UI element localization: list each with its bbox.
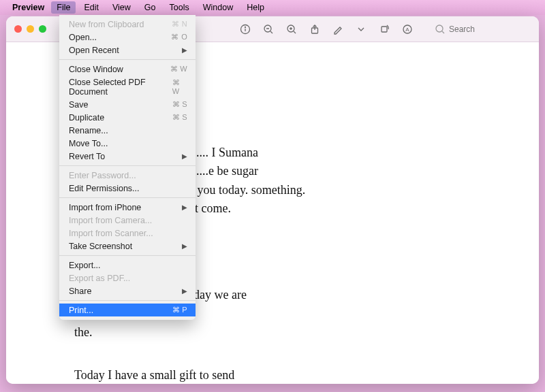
menu-item-label: Save xyxy=(69,100,89,110)
menu-item-label: Import from iPhone xyxy=(69,203,141,212)
svg-line-4 xyxy=(270,31,272,33)
chevron-down-icon[interactable] xyxy=(356,24,367,35)
menu-shortcut: ⌘ S xyxy=(172,100,187,109)
svg-text:A: A xyxy=(405,27,409,33)
close-button[interactable] xyxy=(14,25,22,33)
menu-item-move-to[interactable]: Move To... xyxy=(59,137,196,150)
menu-item-open-recent[interactable]: Open Recent▶ xyxy=(59,44,196,56)
menu-separator xyxy=(59,59,196,60)
menu-tools[interactable]: Tools xyxy=(164,1,195,14)
menu-item-close-window[interactable]: Close Window⌘ W xyxy=(59,63,196,76)
chevron-right-icon: ▶ xyxy=(182,152,187,160)
menu-item-edit-permissions[interactable]: Edit Permissions... xyxy=(59,182,196,195)
menu-go[interactable]: Go xyxy=(139,1,161,14)
menu-file[interactable]: File xyxy=(51,1,76,14)
svg-rect-12 xyxy=(382,27,387,32)
menu-shortcut: ⌘ N xyxy=(172,20,187,29)
menu-shortcut: ⌘ W xyxy=(172,78,187,95)
menu-item-save[interactable]: Save⌘ S xyxy=(59,98,196,111)
menu-item-duplicate[interactable]: Duplicate⌘ S xyxy=(59,111,196,124)
menu-item-close-selected-pdf-document[interactable]: Close Selected PDF Document⌘ W xyxy=(59,76,196,98)
menu-item-label: Import from Scanner... xyxy=(69,229,153,238)
menu-item-label: Close Selected PDF Document xyxy=(69,78,172,97)
minimize-button[interactable] xyxy=(27,25,34,33)
menu-item-export-as-pdf: Export as PDF... xyxy=(59,272,196,284)
zoom-in-icon[interactable] xyxy=(286,24,297,35)
search-wrap xyxy=(435,24,531,35)
zoom-out-icon[interactable] xyxy=(263,24,274,35)
menu-item-label: Move To... xyxy=(69,139,108,148)
menu-separator xyxy=(59,197,196,198)
menu-item-revert-to[interactable]: Revert To▶ xyxy=(59,150,196,163)
menu-item-enter-password: Enter Password... xyxy=(59,169,196,182)
menu-item-import-from-scanner: Import from Scanner... xyxy=(59,227,196,240)
menu-item-export[interactable]: Export... xyxy=(59,259,196,272)
menubar: Preview File Edit View Go Tools Window H… xyxy=(0,0,545,15)
menu-separator xyxy=(59,255,196,256)
doc-line: the. xyxy=(74,324,539,340)
menu-item-label: Enter Password... xyxy=(69,171,136,180)
traffic-lights xyxy=(14,25,46,33)
menu-item-import-from-iphone[interactable]: Import from iPhone▶ xyxy=(59,201,196,214)
share-icon[interactable] xyxy=(309,24,320,35)
menu-item-share[interactable]: Share▶ xyxy=(59,284,196,297)
menu-shortcut: ⌘ S xyxy=(172,113,187,122)
menu-item-rename[interactable]: Rename... xyxy=(59,124,196,137)
highlight-icon[interactable]: A xyxy=(402,24,413,35)
menu-item-label: Export... xyxy=(69,261,101,270)
menu-item-label: Share xyxy=(69,287,91,296)
menu-item-label: Edit Permissions... xyxy=(69,184,140,193)
chevron-right-icon: ▶ xyxy=(182,203,187,211)
toolbar-icons: A xyxy=(240,24,531,35)
svg-point-2 xyxy=(245,27,246,27)
menu-separator xyxy=(59,300,196,301)
app-name[interactable]: Preview xyxy=(12,3,44,12)
menu-item-open[interactable]: Open...⌘ O xyxy=(59,31,196,44)
menu-item-label: New from Clipboard xyxy=(69,20,144,29)
svg-line-16 xyxy=(442,31,444,33)
chevron-right-icon: ▶ xyxy=(182,46,187,54)
menu-help[interactable]: Help xyxy=(241,1,270,14)
svg-point-15 xyxy=(436,25,443,32)
menu-shortcut: ⌘ W xyxy=(170,65,187,74)
search-icon xyxy=(435,24,446,35)
menu-item-label: Export as PDF... xyxy=(69,274,130,283)
menu-item-new-from-clipboard: New from Clipboard⌘ N xyxy=(59,18,196,31)
file-menu-dropdown: New from Clipboard⌘ NOpen...⌘ OOpen Rece… xyxy=(59,15,196,320)
search-input[interactable] xyxy=(449,24,531,34)
markup-icon[interactable] xyxy=(332,24,343,35)
menu-item-label: Revert To xyxy=(69,152,105,161)
menu-item-label: Import from Camera... xyxy=(69,216,152,225)
menu-item-label: Take Screenshot xyxy=(69,242,132,251)
menu-item-label: Rename... xyxy=(69,126,108,135)
doc-line: Today I have a small gift to send xyxy=(74,367,539,383)
info-icon[interactable] xyxy=(240,24,251,35)
menu-edit[interactable]: Edit xyxy=(78,1,104,14)
chevron-right-icon: ▶ xyxy=(182,242,187,250)
rotate-icon[interactable] xyxy=(379,24,390,35)
menu-shortcut: ⌘ O xyxy=(171,33,187,42)
menu-view[interactable]: View xyxy=(107,1,136,14)
menu-item-label: Open... xyxy=(69,33,97,42)
menu-window[interactable]: Window xyxy=(198,1,238,14)
menu-item-print[interactable]: Print...⌘ P xyxy=(59,304,196,316)
menu-item-label: Open Recent xyxy=(69,46,119,55)
chevron-right-icon: ▶ xyxy=(182,287,187,295)
menu-item-take-screenshot[interactable]: Take Screenshot▶ xyxy=(59,240,196,252)
menu-separator xyxy=(59,165,196,166)
menu-item-import-from-camera: Import from Camera... xyxy=(59,214,196,227)
menu-item-label: Print... xyxy=(69,306,93,315)
menu-item-label: Close Window xyxy=(69,65,123,74)
maximize-button[interactable] xyxy=(39,25,46,33)
svg-line-7 xyxy=(294,31,296,33)
menu-shortcut: ⌘ P xyxy=(172,306,187,314)
menu-item-label: Duplicate xyxy=(69,113,104,122)
